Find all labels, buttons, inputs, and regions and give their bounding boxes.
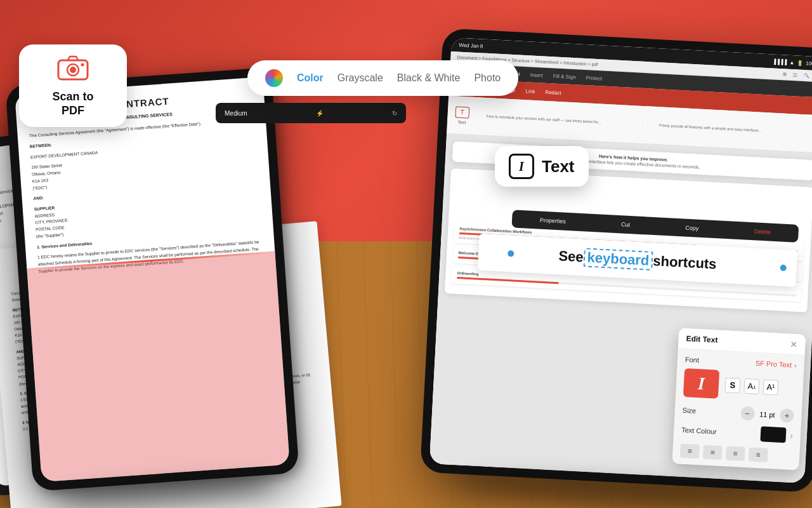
tool-link[interactable]: Link <box>521 86 539 95</box>
size-label: Size <box>682 406 696 415</box>
size-control: − 11 pt + <box>740 406 795 423</box>
align-right-btn[interactable]: ≡ <box>726 446 745 462</box>
font-preview-row: I S A₁ A¹ <box>683 368 796 403</box>
align-left-btn[interactable]: ≡ <box>680 444 700 459</box>
wifi-icon: ▲ <box>789 59 794 65</box>
context-cut[interactable]: Cut <box>616 218 636 231</box>
size-row: Size − 11 pt + <box>682 403 794 423</box>
size-decrease-btn[interactable]: − <box>740 406 755 421</box>
image-desc: Freely provide all features with a simpl… <box>655 123 812 137</box>
scanner-toolbar: Medium ⚡ ↻ <box>216 103 406 123</box>
tab-fill-sign[interactable]: Fill & Sign <box>553 73 576 80</box>
context-delete[interactable]: Delete <box>749 225 776 238</box>
align-row: ≡ ≡ ≡ ≡ <box>680 444 792 464</box>
color-mode-photo[interactable]: Photo <box>474 72 501 84</box>
svg-point-2 <box>70 67 76 73</box>
color-swatch[interactable] <box>761 426 787 443</box>
text-tool-label: Text <box>457 119 466 124</box>
selection-handle-right <box>780 265 787 272</box>
color-mode-grayscale[interactable]: Grayscale <box>337 72 383 84</box>
panel-icon[interactable]: ◫ <box>793 72 797 77</box>
status-right: ▐▐▐▐ ▲ 🔋 100% <box>772 58 812 67</box>
battery-level: 100% <box>806 60 812 67</box>
tab-protect[interactable]: Protect <box>586 75 603 81</box>
status-time: Wed Jan 8 <box>459 42 483 49</box>
text-tool-icon: T <box>455 106 469 118</box>
text-feature-badge: I Text <box>495 146 589 187</box>
keyboard-text-after: shortcuts <box>653 253 717 272</box>
edit-text-panel: Edit Text ✕ Font SF Pro Text › I <box>672 328 806 470</box>
style-btn-a1[interactable]: A₁ <box>743 378 759 394</box>
color-label: Text Colour <box>681 426 717 436</box>
color-row: Text Colour › <box>681 422 794 443</box>
text-badge-label: Text <box>542 157 575 177</box>
align-center-btn[interactable]: ≡ <box>703 445 723 460</box>
right-tablet: Wed Jan 8 ▐▐▐▐ ▲ 🔋 100% Document > Found… <box>420 28 812 492</box>
close-icon[interactable]: ✕ <box>790 339 798 350</box>
flash-icon[interactable]: ⚡ <box>316 110 324 117</box>
scan-badge-label: Scan to PDF <box>52 90 93 117</box>
signal-icon: ▐▐▐▐ <box>772 58 787 65</box>
edit-text-title: Edit Text <box>686 334 717 345</box>
tab-insert[interactable]: Insert <box>530 72 543 78</box>
color-control: › <box>761 426 794 443</box>
scan-to-pdf-badge[interactable]: Scan to PDF <box>19 44 127 127</box>
right-tablet-screen: Wed Jan 8 ▐▐▐▐ ▲ 🔋 100% Document > Found… <box>429 37 812 483</box>
color-mode-color[interactable]: Color <box>297 72 324 84</box>
quality-label: Medium <box>225 110 247 117</box>
text-box-icon: I <box>509 154 534 179</box>
text-desc: Free to schedule your session with our s… <box>481 114 643 128</box>
style-btn-a-sup[interactable]: A¹ <box>763 379 778 395</box>
context-copy[interactable]: Copy <box>680 222 704 234</box>
color-wheel-icon <box>265 69 283 87</box>
font-row: Font SF Pro Text › <box>685 356 797 369</box>
font-label: Font <box>685 356 700 364</box>
keyboard-text-before: See <box>558 248 584 265</box>
color-mode-selector[interactable]: Color Grayscale Black & White Photo <box>247 60 518 96</box>
keyboard-text-highlight[interactable]: keyboard <box>583 248 653 271</box>
chevron-right-icon: › <box>794 361 797 369</box>
size-increase-btn[interactable]: + <box>780 408 794 423</box>
font-value[interactable]: SF Pro Text › <box>756 359 797 369</box>
left-tablet-screen: CONTRACT FOR CONSULTING SERVICES This Co… <box>15 77 290 482</box>
edit-btn-text[interactable]: T Text <box>455 106 469 124</box>
style-btn-s[interactable]: S <box>724 377 740 393</box>
tool-redact[interactable]: Redact <box>541 88 565 97</box>
selection-handle-left <box>508 250 514 257</box>
document-preview: Properties Cut Copy Delete See keyboard … <box>445 168 812 312</box>
font-preview: I <box>683 368 719 399</box>
battery-icon: 🔋 <box>797 60 803 66</box>
style-buttons: S A₁ A¹ <box>724 377 778 395</box>
search-icon[interactable]: 🔍 <box>804 73 809 78</box>
svg-point-3 <box>81 63 84 66</box>
size-value: 11 pt <box>759 410 775 418</box>
color-chevron-icon: › <box>790 431 794 441</box>
left-tablet: CONTRACT FOR CONSULTING SERVICES This Co… <box>5 67 299 491</box>
scan-overlay <box>27 251 290 482</box>
context-properties[interactable]: Properties <box>534 214 571 227</box>
toolbar-icons: ⊞ ◫ 🔍 ··· <box>783 72 812 79</box>
camera-icon <box>57 54 89 86</box>
edit-text-body: Font SF Pro Text › I S A₁ A¹ <box>672 349 804 470</box>
grid-icon[interactable]: ⊞ <box>783 72 787 77</box>
align-justify-btn[interactable]: ≡ <box>749 447 768 462</box>
color-mode-bw[interactable]: Black & White <box>397 72 461 84</box>
rotate-icon[interactable]: ↻ <box>392 110 397 117</box>
